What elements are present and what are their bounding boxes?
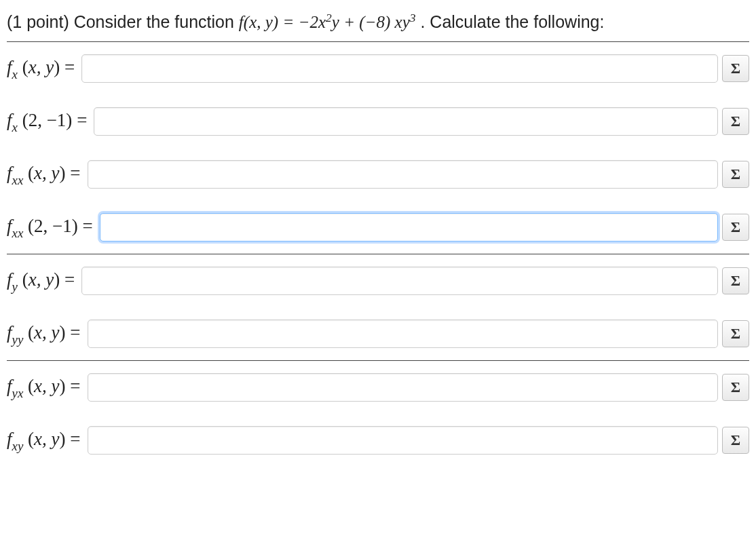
answer-row-fxy-xy: fxy (x, y) =Σ xyxy=(7,414,749,467)
input-wrap-fxy-xy: Σ xyxy=(88,426,750,455)
sigma-button-fx-2-neg1[interactable]: Σ xyxy=(722,108,749,135)
input-wrap-fyy-xy: Σ xyxy=(88,320,750,348)
answer-row-fyx-xy: fyx (x, y) =Σ xyxy=(7,361,749,414)
question-prompt: (1 point) Consider the function f(x, y) … xyxy=(7,5,749,42)
label-fy-xy: fy (x, y) = xyxy=(7,269,81,293)
answer-row-fx-2-neg1: fx (2, −1) =Σ xyxy=(7,95,749,148)
input-wrap-fxx-2-neg1: Σ xyxy=(100,213,749,242)
sigma-button-fxy-xy[interactable]: Σ xyxy=(722,427,749,454)
answer-input-fxx-2-neg1[interactable] xyxy=(100,213,718,242)
func-rhs: −2x2y + (−8) xy3 xyxy=(299,13,416,31)
answer-input-fyx-xy[interactable] xyxy=(88,373,719,402)
input-wrap-fy-xy: Σ xyxy=(81,267,749,295)
label-fxy-xy: fxy (x, y) = xyxy=(7,429,88,452)
sigma-button-fyy-xy[interactable]: Σ xyxy=(722,320,749,347)
answer-input-fx-2-neg1[interactable] xyxy=(94,107,718,136)
label-fx-2-neg1: fx (2, −1) = xyxy=(7,110,94,134)
label-fyy-xy: fyy (x, y) = xyxy=(7,322,88,346)
input-wrap-fxx-xy: Σ xyxy=(88,160,750,189)
answer-input-fxx-xy[interactable] xyxy=(88,160,719,189)
sigma-button-fxx-xy[interactable]: Σ xyxy=(722,161,749,188)
label-fxx-xy: fxx (x, y) = xyxy=(7,163,88,187)
input-wrap-fx-2-neg1: Σ xyxy=(94,107,749,136)
answer-input-fxy-xy[interactable] xyxy=(88,426,719,455)
sigma-button-fy-xy[interactable]: Σ xyxy=(722,267,749,294)
sigma-button-fyx-xy[interactable]: Σ xyxy=(722,374,749,401)
answer-row-fyy-xy: fyy (x, y) =Σ xyxy=(7,307,749,361)
answer-row-fxx-xy: fxx (x, y) =Σ xyxy=(7,148,749,201)
label-fx-xy: fx (x, y) = xyxy=(7,57,81,81)
label-fxx-2-neg1: fxx (2, −1) = xyxy=(7,216,100,239)
answer-row-fy-xy: fy (x, y) =Σ xyxy=(7,254,749,307)
answer-input-fy-xy[interactable] xyxy=(81,267,718,295)
prompt-suffix: . Calculate the following: xyxy=(420,12,604,31)
sigma-button-fxx-2-neg1[interactable]: Σ xyxy=(722,214,749,241)
input-wrap-fyx-xy: Σ xyxy=(88,373,750,402)
label-fyx-xy: fyx (x, y) = xyxy=(7,376,88,400)
answer-row-fx-xy: fx (x, y) =Σ xyxy=(7,42,749,95)
func-lhs: f(x, y) = xyxy=(239,13,299,31)
answer-row-fxx-2-neg1: fxx (2, −1) =Σ xyxy=(7,201,749,254)
prompt-prefix: (1 point) Consider the function xyxy=(7,12,239,31)
sigma-button-fx-xy[interactable]: Σ xyxy=(722,55,749,82)
input-wrap-fx-xy: Σ xyxy=(81,54,749,83)
answer-input-fyy-xy[interactable] xyxy=(88,320,719,348)
answer-input-fx-xy[interactable] xyxy=(81,54,718,83)
